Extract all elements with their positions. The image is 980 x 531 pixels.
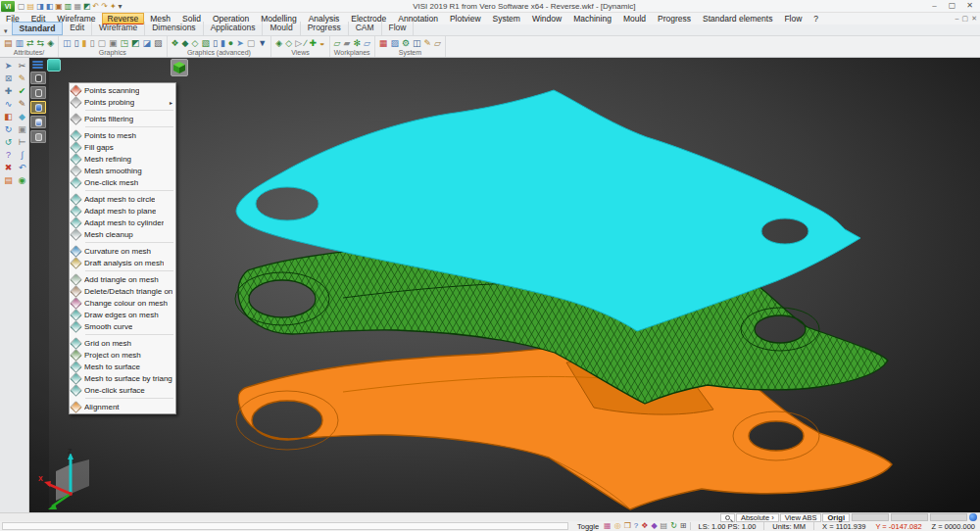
menu-item-mesh-to-surface-by-triangles[interactable]: Mesh to surface by triangles (70, 372, 175, 384)
menu-item-points-scanning[interactable]: Points scanning (70, 84, 175, 96)
menu-item-project-on-mesh[interactable]: Project on mesh (70, 349, 175, 361)
box-icon[interactable]: ▣ (16, 123, 28, 135)
export-icon[interactable]: ▥ (65, 1, 73, 12)
filter-hidden-body[interactable] (30, 130, 46, 143)
import-icon[interactable]: ▣ (55, 1, 63, 12)
view-cube-button[interactable] (171, 59, 188, 76)
lighting-icon[interactable]: ◪ (142, 37, 151, 49)
window-layout-icon[interactable]: ◫ (413, 37, 421, 49)
command-input-field[interactable] (2, 522, 568, 530)
dynamic-render-icon[interactable]: ▣ (109, 37, 118, 49)
wireframe-view-icon[interactable]: ▯ (74, 37, 79, 49)
workplane-icon[interactable]: ▱ (334, 37, 341, 49)
front-view-icon[interactable]: ▷ (295, 37, 302, 49)
menu-item-adapt-mesh-to-circle[interactable]: Adapt mesh to circle (70, 193, 175, 205)
mdi-minimize-button[interactable]: – (956, 15, 959, 23)
menu-item-one-click-surface[interactable]: One-click surface (70, 384, 175, 396)
pen-curve-icon[interactable]: ✎ (16, 98, 28, 110)
options-icon[interactable]: ✦ (110, 1, 117, 12)
solid-snap-icon[interactable]: ◆ (651, 521, 657, 531)
maximize-button[interactable]: ▢ (944, 1, 960, 12)
named-view-icon[interactable]: ◒ (319, 37, 324, 49)
workplane-list-icon[interactable]: ▱ (364, 37, 370, 49)
menu-item-smooth-curve[interactable]: Smooth curve (70, 320, 175, 332)
redo-icon[interactable]: ↷ (101, 1, 108, 12)
filter-menu-handle[interactable] (30, 60, 45, 70)
zoom-all-icon[interactable]: ❖ (172, 37, 179, 49)
origin-button[interactable]: Origi (822, 513, 850, 522)
menu-item-delete-detach-triangle-on-mesh[interactable]: Delete/Detach triangle on mesh (70, 285, 175, 297)
new-file-icon[interactable]: ▢ (18, 1, 25, 12)
shaded-edges-icon[interactable]: ▮ (82, 37, 87, 49)
workplane-rotate-icon[interactable]: ✻ (353, 37, 361, 49)
spline-icon[interactable]: ∫ (16, 149, 28, 161)
tab-mould[interactable]: Mould (263, 22, 300, 35)
refresh-icon[interactable]: ↻ (670, 521, 677, 531)
workplane-face-icon[interactable]: ▰ (343, 37, 350, 49)
image-capture-icon[interactable]: ▨ (390, 37, 399, 49)
menu-mould[interactable]: Mould (617, 13, 652, 25)
mdi-restore-button[interactable]: ▢ (962, 15, 969, 23)
menu-item-add-triangle-on-mesh[interactable]: Add triangle on mesh (70, 273, 175, 285)
view-abs-button[interactable]: View ABS (780, 513, 822, 522)
view-plus-icon[interactable]: ✚ (310, 37, 318, 49)
menu-item-points-filtering[interactable]: Points filtering (70, 113, 175, 124)
menu-plotview[interactable]: Plotview (444, 13, 487, 25)
save-all-icon[interactable]: ◧ (46, 1, 54, 12)
menu-item-change-colour-on-mesh[interactable]: Change colour on mesh (70, 297, 175, 309)
recycle-icon[interactable]: ↻ (2, 123, 15, 135)
menu-item-points-probing[interactable]: Points probing▸ (70, 96, 175, 108)
curve-icon[interactable]: ∿ (2, 98, 15, 110)
view-mode-button[interactable] (47, 59, 61, 72)
toggle-label[interactable]: Toggle (572, 522, 604, 531)
tab-dimensions[interactable]: Dimensions (145, 22, 203, 35)
hatch-icon[interactable]: ▤ (2, 174, 15, 186)
trim-icon[interactable]: ✂ (16, 60, 28, 72)
zoom-window-icon[interactable]: ◆ (182, 37, 189, 49)
snap-object-icon[interactable]: ❒ (624, 521, 631, 531)
render-scene-icon[interactable]: ◳ (120, 37, 128, 49)
transfer-icon[interactable]: ⇆ (37, 37, 45, 49)
transform-icon[interactable]: ✚ (2, 85, 15, 97)
clip-plane-icon[interactable]: ▧ (201, 37, 210, 49)
undo-arrow-icon[interactable]: ↶ (16, 162, 28, 173)
sketch-icon[interactable]: ✎ (16, 72, 28, 84)
filter-all-bodies[interactable] (30, 72, 46, 84)
grid-icon[interactable]: ⊞ (680, 521, 687, 531)
status-field-1[interactable] (852, 513, 889, 521)
status-field-3[interactable] (930, 513, 967, 521)
menu-item-mesh-refining[interactable]: Mesh refining (70, 153, 175, 165)
close-button[interactable]: ✕ (961, 1, 978, 12)
menu-item-points-to-mesh[interactable]: Points to mesh (70, 129, 175, 141)
cone-icon[interactable]: ▼ (258, 37, 267, 49)
tab-flow[interactable]: Flow (382, 22, 415, 35)
validate-icon[interactable]: ✔ (16, 85, 28, 97)
menu-item-curvature-on-mesh[interactable]: Curvature on mesh (70, 245, 175, 257)
hidden-line-icon[interactable]: ▯ (89, 37, 94, 49)
menu-window[interactable]: Window (526, 13, 567, 25)
highlight-icon[interactable]: ● (228, 37, 233, 49)
tab-progress[interactable]: Progress (301, 22, 349, 35)
filter-mixed-body[interactable] (30, 116, 46, 128)
absolute-mode-dropdown[interactable]: Absolute › (736, 513, 779, 522)
menu-item-fill-gaps[interactable]: Fill gaps (70, 141, 175, 153)
minimize-button[interactable]: – (926, 1, 943, 12)
menu-item-mesh-to-surface[interactable]: Mesh to surface (70, 361, 175, 372)
dynamic-view-icon[interactable]: ◇ (192, 37, 199, 49)
snap-grid-icon[interactable]: ▦ (604, 521, 612, 531)
tab-applications[interactable]: Applications (204, 22, 264, 35)
layers-icon[interactable]: ▥ (16, 37, 24, 49)
toolbar-chevron-icon[interactable]: ▾ (0, 27, 12, 35)
menu-system[interactable]: System (487, 13, 526, 25)
orbit-icon[interactable]: ◉ (16, 174, 28, 186)
surface-icon[interactable]: ◆ (16, 111, 28, 122)
menu-progress[interactable]: Progress (652, 13, 697, 25)
globe-icon[interactable] (969, 513, 977, 521)
menu-item-adapt-mesh-to-plane[interactable]: Adapt mesh to plane (70, 205, 175, 217)
filter-solid-body[interactable] (30, 101, 46, 114)
colour-table-icon[interactable]: ▦ (379, 37, 388, 49)
mdi-close-button[interactable]: ✕ (971, 15, 977, 23)
material-icon[interactable]: ◩ (131, 37, 140, 49)
delete-icon[interactable]: ✖ (2, 162, 15, 173)
save-icon[interactable]: ◨ (36, 1, 44, 12)
